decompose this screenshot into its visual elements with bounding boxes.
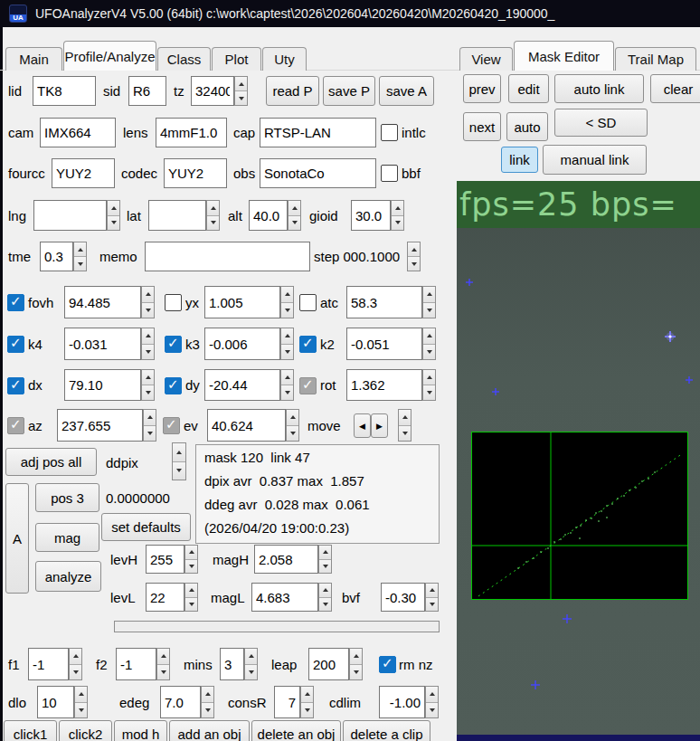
f2-field[interactable] <box>116 648 156 680</box>
edeg-field[interactable] <box>160 686 201 718</box>
tz-spinner[interactable] <box>234 76 248 106</box>
f1-field[interactable] <box>28 648 69 680</box>
tz-field[interactable] <box>191 76 234 106</box>
codec-field[interactable] <box>164 158 227 188</box>
atc-checkbox[interactable] <box>299 294 317 311</box>
spinner-up-button[interactable] <box>202 687 213 702</box>
levl-spinner[interactable] <box>184 583 198 612</box>
prev-button[interactable]: prev <box>463 74 501 103</box>
intlc-checkbox[interactable] <box>381 124 398 141</box>
delete-an-obj-button[interactable]: delete an obj <box>251 720 341 741</box>
k2-spinner[interactable] <box>422 328 436 360</box>
f1-spinner[interactable] <box>69 648 82 680</box>
ddpix-spinner[interactable] <box>172 442 186 480</box>
rot-spinner[interactable] <box>422 369 436 401</box>
analyze-button[interactable]: analyze <box>35 561 101 592</box>
atc-spinner[interactable] <box>422 286 436 318</box>
spinner-down-button[interactable] <box>245 664 257 680</box>
set-defaults-button[interactable]: set defaults <box>101 513 191 541</box>
spinner-down-button[interactable] <box>281 385 293 400</box>
levh-spinner[interactable] <box>184 545 198 574</box>
spinner-up-button[interactable] <box>289 201 300 215</box>
spinner-up-button[interactable] <box>426 687 438 702</box>
fovh-checkbox[interactable] <box>7 294 24 311</box>
obs-field[interactable] <box>260 158 376 188</box>
add-an-obj-button[interactable]: add an obj <box>169 720 250 741</box>
dy-checkbox[interactable] <box>165 377 182 394</box>
spinner-up-button[interactable] <box>350 649 362 664</box>
tab-class[interactable]: Class <box>157 47 211 71</box>
adj-pos-all-button[interactable]: adj pos all <box>5 448 97 476</box>
yx-field[interactable] <box>204 286 280 318</box>
tab-view[interactable]: View <box>459 47 513 71</box>
spinner-down-button[interactable] <box>142 385 154 400</box>
edit-button[interactable]: edit <box>508 74 549 103</box>
spinner-up-button[interactable] <box>319 546 331 559</box>
k3-checkbox[interactable] <box>165 336 182 353</box>
spinner-down-button[interactable] <box>185 559 197 574</box>
yx-spinner[interactable] <box>280 286 294 318</box>
az-spinner[interactable] <box>143 409 156 442</box>
spinner-down-button[interactable] <box>185 597 197 612</box>
auto-button[interactable]: auto <box>506 112 548 141</box>
spinner-up-button[interactable] <box>399 410 411 425</box>
spinner-up-button[interactable] <box>185 584 197 597</box>
mod-h-button[interactable]: mod h <box>114 720 167 741</box>
consr-spinner[interactable] <box>300 686 314 718</box>
dy-field[interactable] <box>204 369 280 401</box>
spinner-up-button[interactable] <box>408 242 420 256</box>
fovh-field[interactable] <box>64 286 141 318</box>
gioid-field[interactable] <box>351 200 391 231</box>
magl-spinner[interactable] <box>318 583 332 612</box>
az-field[interactable] <box>57 409 143 442</box>
spinner-down-button[interactable] <box>423 385 435 400</box>
spinner-up-button[interactable] <box>173 443 185 461</box>
spinner-down-button[interactable] <box>142 302 154 318</box>
memo-field[interactable] <box>145 242 310 271</box>
gioid-spinner[interactable] <box>391 200 404 231</box>
az-checkbox[interactable] <box>7 417 24 434</box>
spinner-up-button[interactable] <box>281 287 293 302</box>
levh-field[interactable] <box>146 545 184 574</box>
dx-checkbox[interactable] <box>7 377 24 394</box>
k3-field[interactable] <box>204 328 280 360</box>
k2-checkbox[interactable] <box>299 336 317 353</box>
move-spinner[interactable] <box>398 409 411 442</box>
spinner-up-button[interactable] <box>281 328 293 344</box>
bbf-checkbox[interactable] <box>381 165 398 182</box>
spinner-up-button[interactable] <box>207 201 219 215</box>
dlo-spinner[interactable] <box>74 686 88 718</box>
spinner-up-button[interactable] <box>319 584 331 597</box>
lid-field[interactable] <box>33 76 96 106</box>
spinner-up-button[interactable] <box>245 649 257 664</box>
tab-mask-editor[interactable]: Mask Editor <box>514 41 614 71</box>
manual-link-button[interactable]: manual link <box>543 145 647 175</box>
save-profile-button[interactable]: save P <box>323 76 375 106</box>
spinner-down-button[interactable] <box>202 702 213 718</box>
ev-checkbox[interactable] <box>163 417 180 434</box>
spinner-up-button[interactable] <box>423 370 435 385</box>
bvf-spinner[interactable] <box>425 583 439 612</box>
cdlim-spinner[interactable] <box>425 686 439 718</box>
mins-spinner[interactable] <box>244 648 258 680</box>
tab-profile-analyze[interactable]: Profile/Analyze <box>63 41 156 71</box>
dlo-field[interactable] <box>37 686 74 718</box>
lng-spinner[interactable] <box>107 200 120 231</box>
spinner-down-button[interactable] <box>399 425 411 442</box>
alt-spinner[interactable] <box>288 200 301 231</box>
lng-field[interactable] <box>33 200 107 231</box>
spinner-up-button[interactable] <box>142 287 154 302</box>
spinner-down-button[interactable] <box>287 425 298 442</box>
spinner-down-button[interactable] <box>423 302 435 318</box>
rot-checkbox[interactable] <box>299 377 317 394</box>
ev-field[interactable] <box>207 409 286 442</box>
k2-field[interactable] <box>346 328 422 360</box>
spinner-down-button[interactable] <box>235 90 247 105</box>
spinner-up-button[interactable] <box>74 242 86 256</box>
spinner-down-button[interactable] <box>144 425 156 442</box>
magh-spinner[interactable] <box>318 545 332 574</box>
next-button[interactable]: next <box>463 112 501 141</box>
spinner-up-button[interactable] <box>287 410 298 425</box>
cap-field[interactable] <box>260 118 376 147</box>
spinner-up-button[interactable] <box>426 584 438 597</box>
